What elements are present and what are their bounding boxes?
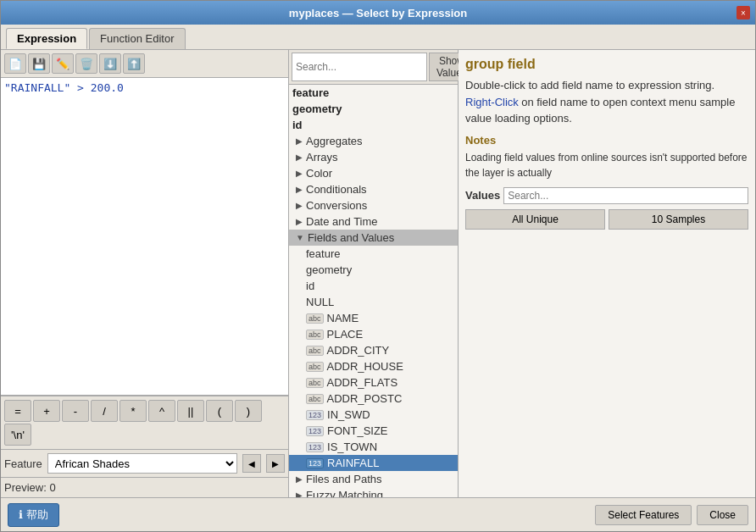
type-badge: abc xyxy=(306,330,324,340)
item-label: Arrays xyxy=(306,151,338,163)
item-label: Conditionals xyxy=(306,183,367,196)
type-badge: 123 xyxy=(306,426,324,436)
item-label: geometry xyxy=(292,103,342,115)
left-panel: 📄 💾 ✏️ 🗑️ ⬇️ ⬆️ "RAINFALL" > 200.0 = + -… xyxy=(1,50,289,497)
tree-item-leaf-geometry[interactable]: geometry xyxy=(289,262,458,278)
item-label: ADDR_CITY xyxy=(327,344,390,357)
tree-item-leaf-is-town[interactable]: 123 IS_TOWN xyxy=(289,439,458,455)
export-button[interactable]: ⬆️ xyxy=(123,53,145,74)
item-label: feature xyxy=(306,247,340,260)
tree-toolbar: Show Values xyxy=(289,50,458,85)
tree-item-leaf-addr-house[interactable]: abc ADDR_HOUSE xyxy=(289,358,458,374)
item-label: Conversions xyxy=(306,199,367,212)
item-label: IN_SWD xyxy=(327,408,370,421)
help-panel: group field Double-click to add field na… xyxy=(459,50,755,497)
type-badge: abc xyxy=(306,362,324,372)
tree-item-geometry[interactable]: geometry xyxy=(289,101,458,117)
notes-text: Loading field values from online sources… xyxy=(465,150,748,180)
all-unique-button[interactable]: All Unique xyxy=(465,209,605,230)
expression-text[interactable]: "RAINFALL" > 200.0 xyxy=(1,78,288,97)
op-minus[interactable]: - xyxy=(62,400,89,422)
arrow-icon: ▶ xyxy=(296,169,303,178)
tab-bar: Expression Function Editor xyxy=(1,25,755,50)
tree-item-leaf-feature[interactable]: feature xyxy=(289,246,458,262)
op-equals[interactable]: = xyxy=(4,400,31,422)
tree-item-leaf-font-size[interactable]: 123 FONT_SIZE xyxy=(289,423,458,439)
preview-value: 0 xyxy=(49,481,55,494)
item-label: ADDR_FLATS xyxy=(327,376,398,389)
item-label: id xyxy=(292,119,303,131)
item-label: Date and Time xyxy=(306,215,378,228)
item-label: feature xyxy=(292,86,329,99)
help-button[interactable]: ℹ 帮助 xyxy=(8,503,59,527)
tree-item-leaf-addr-postc[interactable]: abc ADDR_POSTC xyxy=(289,391,458,407)
new-button[interactable]: 📄 xyxy=(4,53,26,74)
type-badge: abc xyxy=(306,378,324,388)
tree-item-leaf-null[interactable]: NULL xyxy=(289,294,458,310)
import-button[interactable]: ⬇️ xyxy=(99,53,121,74)
prev-feature-button[interactable]: ◀ xyxy=(242,454,261,473)
op-multiply[interactable]: * xyxy=(120,400,147,422)
tree-item-leaf-addr-flats[interactable]: abc ADDR_FLATS xyxy=(289,374,458,391)
close-button[interactable]: Close xyxy=(697,505,748,525)
tree-item-fuzzy-matching[interactable]: ▶ Fuzzy Matching xyxy=(289,487,458,497)
op-divide[interactable]: / xyxy=(91,400,118,422)
tree-item-aggregates[interactable]: ▶ Aggregates xyxy=(289,133,458,149)
tree-item-leaf-in-swd[interactable]: 123 IN_SWD xyxy=(289,407,458,423)
tree-item-color[interactable]: ▶ Color xyxy=(289,165,458,181)
save-button[interactable]: 💾 xyxy=(28,53,50,74)
tree-item-leaf-rainfall[interactable]: 123 RAINFALL xyxy=(289,455,458,471)
main-window: myplaces — Select by Expression × Expres… xyxy=(0,0,756,532)
samples-button[interactable]: 10 Samples xyxy=(609,209,748,230)
item-label: ADDR_POSTC xyxy=(327,392,403,405)
tree-item-leaf-place[interactable]: abc PLACE xyxy=(289,326,458,342)
arrow-icon: ▶ xyxy=(296,490,303,497)
type-badge: abc xyxy=(306,346,324,356)
tab-expression[interactable]: Expression xyxy=(6,28,87,49)
item-label: IS_TOWN xyxy=(327,441,377,453)
preview-row: Preview: 0 xyxy=(1,477,288,497)
arrow-icon: ▶ xyxy=(296,217,303,226)
close-window-button[interactable]: × xyxy=(737,6,750,19)
tree-item-datetime[interactable]: ▶ Date and Time xyxy=(289,213,458,230)
tree-item-id[interactable]: id xyxy=(289,117,458,133)
operator-bar: = + - / * ^ || ( ) '\n' xyxy=(1,396,288,449)
tree-item-conditionals[interactable]: ▶ Conditionals xyxy=(289,181,458,197)
op-open-paren[interactable]: ( xyxy=(206,400,233,422)
type-badge: 123 xyxy=(306,410,324,420)
feature-select[interactable]: African Shades xyxy=(47,453,237,474)
delete-button[interactable]: 🗑️ xyxy=(75,53,97,74)
edit-button[interactable]: ✏️ xyxy=(52,53,74,74)
item-label: ADDR_HOUSE xyxy=(327,360,403,373)
tree-item-fields-and-values[interactable]: ▼ Fields and Values xyxy=(289,230,458,246)
tab-function-editor[interactable]: Function Editor xyxy=(89,28,185,49)
tree-item-arrays[interactable]: ▶ Arrays xyxy=(289,149,458,165)
tree-item-conversions[interactable]: ▶ Conversions xyxy=(289,197,458,213)
tree-item-leaf-addr-city[interactable]: abc ADDR_CITY xyxy=(289,342,458,358)
tree-item-leaf-name[interactable]: abc NAME xyxy=(289,310,458,326)
op-newline[interactable]: '\n' xyxy=(4,424,31,446)
op-caret[interactable]: ^ xyxy=(148,400,175,422)
values-search-input[interactable] xyxy=(503,187,748,204)
tree-item-leaf-id[interactable]: id xyxy=(289,278,458,294)
arrow-icon: ▶ xyxy=(296,152,303,162)
type-badge: abc xyxy=(306,394,324,404)
op-close-paren[interactable]: ) xyxy=(235,400,262,422)
description-text: Double-click to add field name to expres… xyxy=(465,77,748,127)
tree-item-feature[interactable]: feature xyxy=(289,85,458,101)
tree-item-files-and-paths[interactable]: ▶ Files and Paths xyxy=(289,471,458,487)
type-badge: abc xyxy=(306,313,324,324)
function-search-input[interactable] xyxy=(292,53,427,81)
function-tree-list: feature geometry id ▶ Aggregates ▶ Array… xyxy=(289,85,458,497)
bottom-bar: ℹ 帮助 Select Features Close xyxy=(1,497,755,531)
values-row: Values xyxy=(465,187,748,204)
help-icon: ℹ xyxy=(19,508,23,521)
main-content: 📄 💾 ✏️ 🗑️ ⬇️ ⬆️ "RAINFALL" > 200.0 = + -… xyxy=(1,50,755,497)
op-concat[interactable]: || xyxy=(177,400,204,422)
item-label: Aggregates xyxy=(306,135,363,147)
select-features-button[interactable]: Select Features xyxy=(595,505,692,525)
arrow-icon: ▼ xyxy=(296,233,304,242)
op-plus[interactable]: + xyxy=(33,400,60,422)
next-feature-button[interactable]: ▶ xyxy=(266,454,285,473)
item-label: NULL xyxy=(306,296,334,308)
